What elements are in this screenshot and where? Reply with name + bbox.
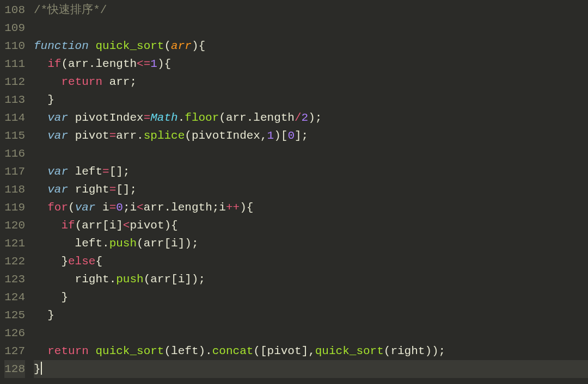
token-number: 0	[287, 129, 295, 142]
token-supportc: Math	[150, 112, 177, 124]
token-plain: left	[68, 165, 102, 178]
token-punct: (	[68, 201, 75, 214]
token-comment: /*快速排序*/	[34, 4, 107, 16]
code-line[interactable]: }	[34, 91, 588, 109]
code-line[interactable]: right.push(arr[i]);	[34, 270, 588, 288]
token-punct: .	[164, 201, 171, 214]
token-plain	[34, 219, 61, 232]
code-line[interactable]: }else{	[34, 252, 588, 270]
token-punct: .	[247, 112, 254, 124]
line-number: 111	[4, 55, 25, 73]
token-param: arr	[171, 40, 192, 52]
token-storage: var	[47, 129, 68, 142]
token-punct: [];	[109, 165, 130, 178]
token-punct: .	[205, 345, 212, 357]
token-support: quick_sort	[315, 345, 384, 357]
token-support: push	[109, 237, 137, 250]
token-keyword: return	[61, 76, 102, 88]
code-line[interactable]: }	[34, 360, 588, 378]
line-number: 124	[4, 288, 25, 306]
token-punct: .	[178, 112, 185, 124]
code-line[interactable]	[34, 145, 588, 163]
token-punct: (arr[i]);	[137, 237, 198, 250]
token-plain	[34, 129, 47, 142]
token-plain: length	[253, 112, 295, 124]
line-number: 112	[4, 73, 25, 91]
token-support: push	[116, 273, 143, 286]
line-number: 115	[4, 127, 25, 145]
token-plain: arr;	[102, 76, 137, 88]
token-punct: ([pivot],	[253, 345, 315, 357]
line-number: 113	[4, 91, 25, 109]
token-plain: arr	[116, 129, 137, 142]
line-number: 116	[4, 145, 25, 163]
code-line[interactable]: function quick_sort(arr){	[34, 37, 588, 55]
token-operator: ++	[226, 201, 240, 214]
line-number: 121	[4, 234, 25, 252]
token-plain: right	[68, 183, 109, 196]
code-line[interactable]	[34, 19, 588, 37]
token-plain: right	[34, 273, 109, 286]
line-number: 119	[4, 199, 25, 216]
token-punct: (right));	[384, 345, 445, 357]
line-number: 120	[4, 216, 25, 234]
token-entity: quick_sort	[95, 40, 164, 52]
token-storage: function	[34, 40, 89, 52]
code-line[interactable]: return arr;	[34, 73, 588, 91]
line-number: 108	[4, 1, 25, 19]
token-plain: pivotIndex	[68, 112, 144, 124]
token-plain: }	[34, 94, 54, 106]
line-number: 114	[4, 109, 25, 127]
token-punct: .	[109, 273, 117, 286]
code-line[interactable]: var right=[];	[34, 181, 588, 199]
token-punct: .	[89, 58, 96, 70]
text-cursor	[41, 362, 42, 375]
token-plain: pivot){	[130, 219, 177, 232]
token-support: concat	[212, 345, 254, 357]
token-punct: (arr[i]	[75, 219, 123, 232]
code-line[interactable]: left.push(arr[i]);	[34, 234, 588, 252]
token-keyword: else	[68, 255, 95, 268]
code-line[interactable]: var pivot=arr.splice(pivotIndex,1)[0];	[34, 127, 588, 145]
code-line[interactable]: var pivotIndex=Math.floor(arr.length/2);	[34, 109, 588, 127]
token-operator: =	[109, 129, 117, 142]
token-operator: <	[123, 219, 130, 232]
token-keyword: return	[47, 345, 89, 357]
code-editor[interactable]: 1081091101111121131141151161171181191201…	[0, 0, 588, 384]
code-line[interactable]: /*快速排序*/	[34, 1, 588, 19]
token-storage: var	[47, 183, 68, 196]
token-support: quick_sort	[95, 345, 164, 357]
code-area[interactable]: /*快速排序*/ function quick_sort(arr){ if(ar…	[32, 0, 588, 384]
token-punct: {	[95, 255, 102, 268]
token-plain	[34, 58, 47, 70]
line-number: 125	[4, 306, 25, 324]
token-plain: left	[34, 237, 102, 250]
token-plain: pivot	[68, 129, 109, 142]
code-line[interactable]: }	[34, 288, 588, 306]
line-number: 123	[4, 270, 25, 288]
token-operator: =	[102, 165, 109, 178]
token-storage: var	[47, 112, 68, 124]
code-line[interactable]: if(arr.length<=1){	[34, 55, 588, 73]
token-plain	[34, 165, 47, 178]
code-line[interactable]	[34, 324, 588, 342]
token-plain	[89, 40, 96, 52]
token-storage: var	[75, 201, 96, 214]
line-number: 109	[4, 19, 25, 37]
code-line[interactable]: if(arr[i]<pivot){	[34, 216, 588, 234]
token-punct: .	[102, 237, 109, 250]
token-punct: (arr	[61, 58, 88, 70]
line-number: 117	[4, 163, 25, 181]
token-plain	[34, 345, 47, 357]
code-line[interactable]: var left=[];	[34, 163, 588, 181]
line-number-gutter: 1081091101111121131141151161171181191201…	[0, 0, 32, 384]
token-keyword: if	[47, 58, 61, 70]
line-number: 118	[4, 181, 25, 199]
token-operator: <=	[137, 58, 150, 70]
code-line[interactable]: }	[34, 306, 588, 324]
code-line[interactable]: return quick_sort(left).concat([pivot],q…	[34, 342, 588, 360]
token-plain: arr	[144, 201, 164, 214]
line-number: 128	[4, 360, 25, 378]
token-number: 1	[267, 129, 274, 142]
code-line[interactable]: for(var i=0;i<arr.length;i++){	[34, 199, 588, 216]
